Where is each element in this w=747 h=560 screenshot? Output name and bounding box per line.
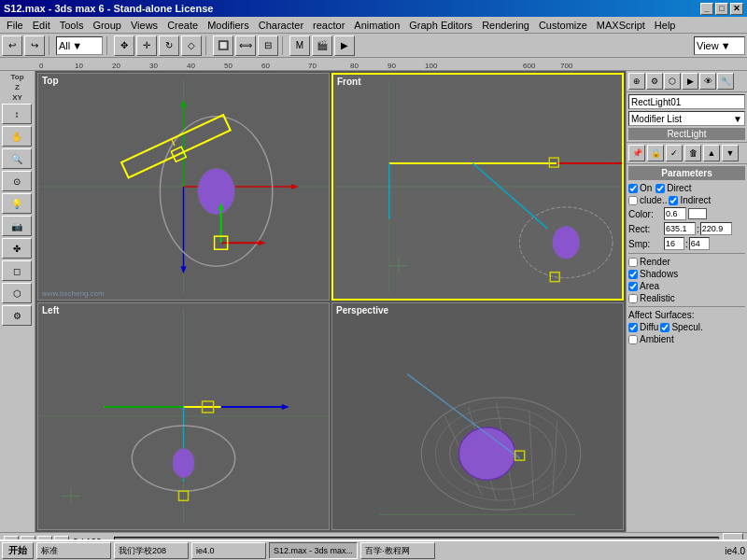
exclude-label: clude.. (640, 195, 667, 205)
rp-modify-btn[interactable]: ⚙ (646, 73, 663, 90)
menu-item-file[interactable]: File (2, 19, 28, 32)
right-panel: ⊕ ⚙ ⬡ ▶ 👁 🔧 RectLight01 Modifier List ▼ … (626, 71, 747, 532)
on-checkbox[interactable] (628, 184, 638, 193)
rp-active-btn[interactable]: ✓ (666, 145, 683, 161)
menu-item-customize[interactable]: Customize (534, 19, 592, 32)
tb-snap[interactable]: 🔲 (213, 35, 233, 56)
viewport-front[interactable]: Front (331, 73, 624, 301)
rp-down-btn[interactable]: ▼ (722, 145, 739, 161)
viewport-top[interactable]: Top (37, 73, 330, 301)
direct-checkbox[interactable] (655, 184, 665, 193)
rp-lock-btn[interactable]: 🔒 (647, 145, 664, 161)
tool-shapes[interactable]: ◻ (2, 260, 32, 281)
rp-create-btn[interactable]: ⊕ (628, 73, 645, 90)
tb-select[interactable]: ✥ (114, 35, 134, 56)
menu-item-help[interactable]: Help (650, 19, 681, 32)
taskbar-item-3dsmax[interactable]: S12.max - 3ds max... (269, 542, 358, 559)
tool-cam[interactable]: 📷 (2, 216, 32, 236)
svg-line-51 (529, 410, 534, 500)
object-name-box[interactable]: RectLight01 (628, 94, 745, 109)
viewport-left-label: Left (42, 305, 59, 315)
menu-item-reactor[interactable]: reactor (308, 19, 349, 32)
rp-utilities-btn[interactable]: 🔧 (717, 73, 734, 90)
menu-item-maxscript[interactable]: MAXScript (592, 19, 650, 32)
taskbar-item-ie[interactable]: ie4.0 (191, 542, 266, 559)
rect-label: Rect: (628, 224, 664, 234)
param-color: Color: (628, 207, 745, 220)
smp-label: Smp: (628, 239, 664, 249)
ambient-checkbox[interactable] (628, 335, 638, 344)
select-all-dropdown[interactable]: All▼ (56, 36, 103, 55)
tb-move[interactable]: ✛ (136, 35, 157, 56)
menu-item-rendering[interactable]: Rendering (477, 19, 534, 32)
menu-item-graph editors[interactable]: Graph Editors (404, 19, 477, 32)
specu-label: Specul. (671, 322, 702, 332)
close-button[interactable]: ✕ (730, 3, 743, 15)
menu-item-group[interactable]: Group (88, 19, 126, 32)
menu-item-edit[interactable]: Edit (28, 19, 55, 32)
tb-material[interactable]: M (289, 35, 310, 56)
smp-v2-input[interactable] (689, 237, 710, 250)
realistic-checkbox[interactable] (628, 294, 638, 303)
tb-rotate[interactable]: ↻ (159, 35, 179, 56)
toolbar-separator3 (205, 36, 209, 55)
tb-scale[interactable]: ◇ (181, 35, 202, 56)
tool-zoom[interactable]: 🔍 (2, 148, 32, 169)
modifier-list-dropdown[interactable]: Modifier List ▼ (628, 111, 745, 126)
specu-checkbox[interactable] (660, 323, 669, 332)
tool-arc[interactable]: ⊙ (2, 171, 32, 191)
maximize-button[interactable]: □ (715, 3, 728, 15)
rp-up-btn[interactable]: ▲ (703, 145, 720, 161)
area-checkbox[interactable] (628, 282, 638, 291)
left-tool-panel: Top Z XY ↕ ✋ 🔍 ⊙ 💡 📷 ✤ ◻ ⬡ ⚙ (0, 71, 35, 532)
smp-v1-input[interactable] (664, 237, 684, 250)
redo-button[interactable]: ↪ (24, 35, 45, 56)
tool-lights[interactable]: 💡 (2, 193, 32, 214)
param-smp: Smp: : (628, 237, 745, 250)
menu-item-tools[interactable]: Tools (55, 19, 89, 32)
color-swatch[interactable] (688, 208, 707, 219)
tool-select[interactable]: ↕ (2, 104, 32, 124)
tool-modify[interactable]: ⚙ (2, 305, 32, 326)
view-dropdown[interactable]: View▼ (694, 36, 745, 55)
viewport-left[interactable]: Left (37, 302, 330, 530)
viewport-perspective-canvas (332, 303, 623, 529)
menu-item-create[interactable]: Create (162, 19, 203, 32)
tb-render-setup[interactable]: 🎬 (312, 35, 332, 56)
tool-pan[interactable]: ✋ (2, 126, 32, 147)
taskbar-item-bxcheng[interactable]: 百学·教程网 (360, 542, 435, 559)
params-panel: Parameters On Direct clude.. Indirect Co… (627, 164, 747, 532)
render-checkbox[interactable] (628, 258, 638, 267)
viewport-perspective-label: Perspective (336, 305, 388, 315)
menu-item-views[interactable]: Views (126, 19, 162, 32)
diffu-checkbox[interactable] (628, 323, 638, 332)
rp-display-btn[interactable]: 👁 (699, 73, 716, 90)
menu-bar: FileEditToolsGroupViewsCreateModifiersCh… (0, 17, 747, 34)
tool-geom[interactable]: ⬡ (2, 283, 32, 303)
tb-mirror[interactable]: ⟺ (235, 35, 256, 56)
rp-motion-btn[interactable]: ▶ (682, 73, 698, 90)
menu-item-character[interactable]: Character (254, 19, 308, 32)
shadows-checkbox[interactable] (628, 270, 638, 279)
rect-w-input[interactable] (664, 222, 696, 235)
start-button[interactable]: 开始 (2, 542, 34, 559)
tb-align[interactable]: ⊟ (258, 35, 278, 56)
rp-pin-btn[interactable]: 📌 (628, 145, 645, 161)
color-value-input[interactable] (664, 207, 686, 220)
minimize-button[interactable]: _ (700, 3, 713, 15)
rp-hierarchy-btn[interactable]: ⬡ (664, 73, 681, 90)
taskbar-item-standard[interactable]: 标准 (36, 542, 111, 559)
svg-marker-5 (180, 100, 186, 107)
viewport-perspective[interactable]: Perspective (331, 302, 624, 530)
undo-button[interactable]: ↩ (2, 35, 22, 56)
exclude-checkbox[interactable] (628, 196, 638, 205)
system-clock: ie4.0 (725, 546, 745, 556)
rect-h-input[interactable] (700, 222, 732, 235)
tb-render[interactable]: ▶ (334, 35, 355, 56)
menu-item-animation[interactable]: Animation (349, 19, 404, 32)
menu-item-modifiers[interactable]: Modifiers (203, 19, 254, 32)
taskbar-item-school[interactable]: 我们学校208 (114, 542, 189, 559)
indirect-checkbox[interactable] (669, 196, 678, 205)
rp-delete-btn[interactable]: 🗑 (684, 145, 701, 161)
tool-helpers[interactable]: ✤ (2, 238, 32, 259)
